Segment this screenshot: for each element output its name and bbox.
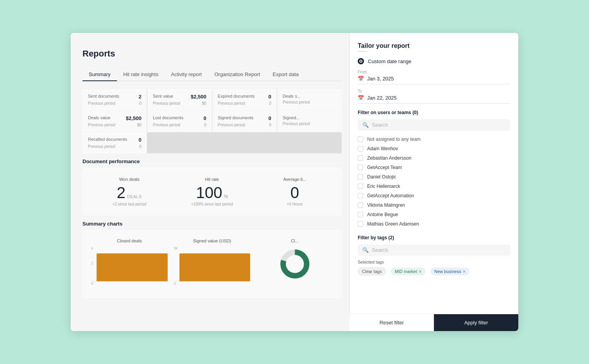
performance-section-header: Document performance	[82, 154, 342, 167]
checkbox-zebastian[interactable]: Zebastian Andersson	[358, 153, 510, 163]
tag-mid-market: MID market ✕	[391, 268, 426, 275]
donut-chart	[279, 248, 311, 280]
stat-prev-label: Previous period	[88, 101, 115, 106]
checkbox-box	[358, 202, 363, 208]
filter-panel: Tailor your report Custom date range Fro…	[349, 33, 518, 331]
stat-label: Signed documents	[218, 115, 254, 120]
stat-label: Sent value	[153, 94, 173, 98]
user-label: Viktoria Malmgren	[367, 202, 405, 208]
tags-section-title: Filter by tags (2)	[358, 235, 510, 240]
stats-row-1: Sent documents 2 Previous period 0 Sent …	[82, 89, 342, 110]
users-filter-section: Filter on users or teams (0) 🔍 Search No…	[358, 110, 510, 229]
chart-closed-title: Closed deals	[91, 238, 168, 243]
user-label: GetAccept Team	[367, 165, 402, 170]
stat-label: Expired documents	[218, 94, 255, 98]
perf-hit-since: +100% since last period	[175, 202, 250, 206]
panel-title: Tailor your report	[358, 42, 510, 49]
date-from-input[interactable]: 📅 Jan 3, 2025	[358, 76, 510, 84]
tag-new-remove[interactable]: ✕	[463, 269, 466, 274]
stat-prev-value: $0	[202, 101, 206, 106]
apply-filter-button[interactable]: Apply filter	[434, 314, 518, 331]
chart-axis-bot: 0	[91, 282, 93, 286]
radio-custom-date[interactable]: Custom date range	[358, 58, 510, 64]
users-search-placeholder: Search	[372, 122, 388, 128]
chart-bar	[97, 253, 168, 281]
tag-mid-remove[interactable]: ✕	[419, 269, 422, 274]
chart-signed-axis-bot: 0	[174, 282, 176, 286]
tags-search-box[interactable]: 🔍 Search	[358, 244, 510, 256]
charts-grid: Closed deals 4 2 0 Signed value (USD) 5k	[88, 235, 336, 293]
perf-hit-label: Hit rate	[175, 177, 250, 182]
stat-prev-label: Previous period	[153, 101, 180, 106]
stat-value: 2	[139, 94, 141, 100]
tag-clear-button[interactable]: Clear tags	[358, 268, 386, 275]
tags-filter-section: Filter by tags (2) 🔍 Search Selected tag…	[358, 235, 510, 275]
calendar-icon: 📅	[358, 76, 364, 82]
tab-activity[interactable]: Activity report	[165, 68, 208, 81]
tab-hit-rate[interactable]: Hit rate insights	[117, 68, 165, 81]
not-assigned-label: Not assigned to any team	[367, 136, 421, 142]
checkbox-not-assigned[interactable]: Not assigned to any team	[358, 135, 510, 144]
reports-panel: Reports Summary Hit rate insights Activi…	[71, 33, 353, 331]
stat-prev-label: Previous period	[283, 122, 310, 126]
charts-section: Closed deals 4 2 0 Signed value (USD) 5k	[82, 230, 342, 298]
tag-mid-label: MID market	[395, 269, 417, 274]
tags-chips: Clear tags MID market ✕ New business ✕	[358, 268, 510, 275]
user-label: Daniel Ostojic	[367, 174, 396, 180]
date-from-label: From	[358, 70, 510, 74]
checkbox-antoine[interactable]: Antoine Begue	[358, 210, 510, 219]
checkbox-box	[358, 212, 363, 217]
perf-hit-value: 100	[196, 185, 222, 200]
checkbox-getaccept-automation[interactable]: GetAccept Automation	[358, 191, 510, 200]
stat-deals-value: Deals value $2,500 Previous period $0	[82, 111, 147, 132]
checkbox-daniel[interactable]: Daniel Ostojic	[358, 172, 510, 182]
perf-won-unit: DEALS	[127, 195, 142, 199]
tab-organization[interactable]: Organization Report	[208, 68, 266, 81]
stat-signed-docs: Signed documents 0 Previous period 0	[212, 111, 277, 132]
tab-summary[interactable]: Summary	[82, 68, 117, 81]
date-to-field: To 📅 Jan 22, 2025	[358, 89, 510, 104]
tag-new-business: New business ✕	[430, 268, 470, 275]
checkbox-viktoria[interactable]: Viktoria Malmgren	[358, 200, 510, 210]
stat-recalled-docs: Recalled documents 0 Previous period 0	[82, 132, 147, 153]
stat-prev-label: Previous period	[218, 123, 245, 127]
search-icon-tags: 🔍	[362, 247, 369, 253]
stat-deals-s: Deals s... Previous period	[277, 89, 342, 110]
panel-divider	[358, 51, 367, 52]
tab-export[interactable]: Export data	[266, 68, 305, 81]
reset-filter-button[interactable]: Reset filter	[349, 314, 434, 331]
stat-value: 0	[269, 115, 271, 121]
perf-hit-unit: %	[224, 194, 228, 199]
checkbox-adam[interactable]: Adam Wenhov	[358, 144, 510, 153]
tag-new-label: New business	[434, 269, 461, 274]
stat-value: $2,500	[126, 115, 141, 121]
stat-prev-label: Previous period	[88, 144, 115, 149]
user-label: Mathias Green Adamsen	[367, 221, 419, 227]
stat-prev-value: 0	[269, 101, 271, 106]
date-to-input[interactable]: 📅 Jan 22, 2025	[358, 95, 510, 104]
users-section-title: Filter on users or teams (0)	[358, 110, 510, 115]
checkbox-mathias[interactable]: Mathias Green Adamsen	[358, 219, 510, 229]
stat-lost-docs: Lost documents 0 Previous period 0	[147, 111, 212, 132]
checkbox-box	[358, 193, 363, 198]
stat-value: 0	[139, 137, 141, 143]
chart-signed-value: Signed value (USD) 5k 0	[171, 235, 254, 293]
stat-value: $2,500	[191, 94, 207, 100]
perf-avg-time: Average ti... 0 +0 Hours	[253, 173, 336, 210]
stat-expired-docs: Expired documents 0 Previous period 0	[212, 89, 277, 110]
date-to-label: To	[358, 89, 510, 93]
users-search-box[interactable]: 🔍 Search	[358, 119, 510, 131]
perf-won-value: 2	[117, 185, 125, 200]
radio-label: Custom date range	[368, 58, 412, 64]
checkbox-getaccept-team[interactable]: GetAccept Team	[358, 163, 510, 172]
stat-label: Recalled documents	[88, 137, 127, 142]
checkbox-eric[interactable]: Eric Hellemarck	[358, 182, 510, 191]
stat-prev-label: Previous period	[283, 100, 310, 104]
checkbox-box	[358, 174, 363, 180]
stat-prev-value: 0	[204, 123, 207, 127]
performance-section: Won deals 2 DEALS +2 since last period H…	[82, 167, 342, 216]
chart-third: Cl...	[253, 235, 336, 293]
perf-hit-rate: Hit rate 100 % +100% since last period	[171, 173, 254, 210]
stat-label: Lost documents	[153, 115, 183, 120]
checkbox-box	[358, 221, 363, 227]
